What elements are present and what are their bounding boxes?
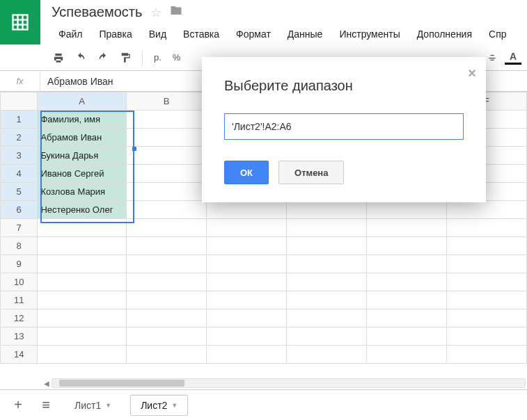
cell[interactable]: [447, 291, 527, 309]
row-header[interactable]: 5: [1, 183, 38, 201]
cell[interactable]: [367, 273, 447, 291]
undo-icon[interactable]: [72, 49, 89, 66]
row-header[interactable]: 2: [1, 129, 38, 147]
paint-format-icon[interactable]: [117, 49, 134, 66]
cell[interactable]: [367, 219, 447, 237]
add-sheet-button[interactable]: +: [8, 396, 28, 415]
cell[interactable]: [127, 219, 207, 237]
menu-help[interactable]: Спр: [482, 26, 513, 42]
cell[interactable]: [38, 237, 127, 255]
cell[interactable]: [367, 237, 447, 255]
cell[interactable]: [38, 291, 127, 309]
cell[interactable]: [447, 237, 527, 255]
sheet-tab[interactable]: Лист1▼: [64, 395, 122, 416]
menu-addons[interactable]: Дополнения: [410, 26, 479, 42]
menu-view[interactable]: Вид: [142, 26, 173, 42]
cell[interactable]: [127, 183, 207, 201]
cell[interactable]: [367, 346, 447, 364]
cell[interactable]: Иванов Сергей: [38, 165, 127, 183]
row-header[interactable]: 13: [1, 328, 38, 346]
close-icon[interactable]: ×: [468, 65, 476, 81]
cell[interactable]: Нестеренко Олег: [38, 201, 127, 219]
cell[interactable]: [206, 309, 286, 328]
cell[interactable]: Фамилия, имя: [38, 111, 127, 129]
row-header[interactable]: 8: [1, 237, 38, 255]
cell[interactable]: [447, 346, 527, 364]
cell[interactable]: [447, 255, 527, 273]
cell[interactable]: [127, 346, 207, 364]
cell[interactable]: [206, 237, 286, 255]
horizontal-scrollbar[interactable]: ◀: [52, 378, 526, 388]
cell[interactable]: [38, 309, 127, 328]
menu-file[interactable]: Файл: [52, 26, 89, 42]
menu-data[interactable]: Данные: [281, 26, 330, 42]
col-header-A[interactable]: A: [38, 92, 127, 111]
cell[interactable]: [127, 165, 207, 183]
cancel-button[interactable]: Отмена: [278, 161, 344, 184]
cell[interactable]: [206, 346, 286, 364]
currency-button[interactable]: р.: [151, 52, 164, 63]
row-header[interactable]: 12: [1, 309, 38, 328]
row-header[interactable]: 9: [1, 255, 38, 273]
cell[interactable]: [367, 328, 447, 346]
menu-tools[interactable]: Инструменты: [332, 26, 407, 42]
cell[interactable]: [127, 255, 207, 273]
print-icon[interactable]: [50, 49, 67, 66]
redo-icon[interactable]: [95, 49, 111, 66]
row-header[interactable]: 10: [1, 273, 38, 291]
cell[interactable]: [367, 255, 447, 273]
cell[interactable]: [447, 201, 527, 219]
cell[interactable]: [287, 237, 367, 255]
cell[interactable]: [127, 328, 207, 346]
cell[interactable]: [206, 328, 286, 346]
selection-handle[interactable]: [132, 147, 136, 151]
cell[interactable]: [447, 309, 527, 328]
cell[interactable]: [38, 255, 127, 273]
cell[interactable]: [127, 129, 207, 147]
cell[interactable]: Абрамов Иван: [38, 129, 127, 147]
cell[interactable]: Козлова Мария: [38, 183, 127, 201]
cell[interactable]: [206, 201, 286, 219]
cell[interactable]: [206, 273, 286, 291]
star-icon[interactable]: ☆: [150, 5, 162, 20]
cell[interactable]: [38, 328, 127, 346]
cell[interactable]: [367, 309, 447, 328]
cell[interactable]: [206, 255, 286, 273]
cell[interactable]: [127, 147, 207, 165]
cell[interactable]: [367, 291, 447, 309]
cell[interactable]: [287, 346, 367, 364]
cell[interactable]: Букина Дарья: [38, 147, 127, 165]
scrollbar-thumb[interactable]: [59, 380, 184, 387]
cell[interactable]: [287, 273, 367, 291]
cell[interactable]: [287, 219, 367, 237]
cell[interactable]: [447, 219, 527, 237]
all-sheets-button[interactable]: ≡: [36, 396, 56, 415]
row-header[interactable]: 11: [1, 291, 38, 309]
range-input[interactable]: [224, 113, 464, 140]
cell[interactable]: [38, 219, 127, 237]
cell[interactable]: [127, 237, 207, 255]
cell[interactable]: [287, 201, 367, 219]
folder-icon[interactable]: [170, 4, 182, 20]
strikethrough-icon[interactable]: [484, 49, 501, 66]
cell[interactable]: [206, 219, 286, 237]
menu-edit[interactable]: Правка: [92, 26, 139, 42]
ok-button[interactable]: ОК: [224, 161, 269, 184]
text-color-icon[interactable]: A: [505, 51, 521, 65]
row-header[interactable]: 4: [1, 165, 38, 183]
row-header[interactable]: 7: [1, 219, 38, 237]
menu-format[interactable]: Формат: [229, 26, 278, 42]
row-header[interactable]: 6: [1, 201, 38, 219]
select-all-corner[interactable]: [1, 92, 38, 111]
sheet-tab[interactable]: Лист2▼: [130, 395, 188, 416]
col-header-B[interactable]: B: [127, 92, 207, 111]
cell[interactable]: [127, 111, 207, 129]
cell[interactable]: [127, 273, 207, 291]
cell[interactable]: [127, 309, 207, 328]
row-header[interactable]: 1: [1, 111, 38, 129]
percent-button[interactable]: %: [170, 52, 184, 63]
scroll-left-icon[interactable]: ◀: [41, 379, 52, 387]
cell[interactable]: [127, 201, 207, 219]
cell[interactable]: [38, 273, 127, 291]
row-header[interactable]: 14: [1, 346, 38, 364]
